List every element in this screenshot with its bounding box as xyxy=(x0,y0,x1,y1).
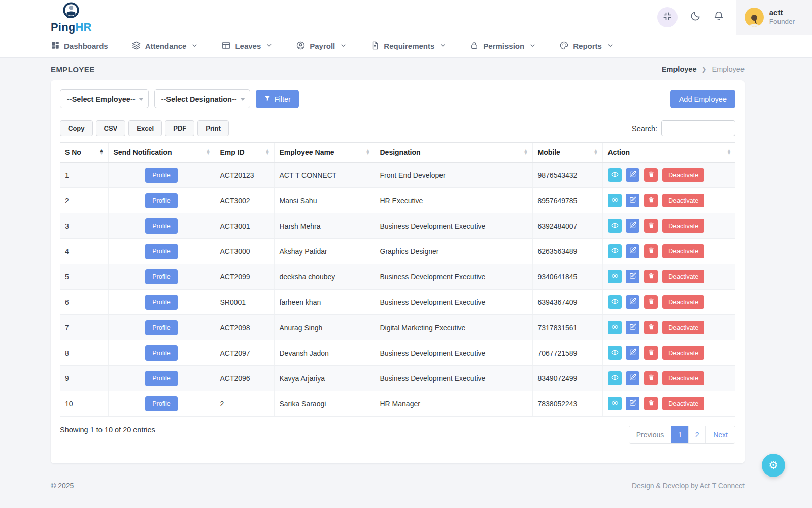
edit-pencil-icon xyxy=(629,399,636,408)
notifications-button[interactable] xyxy=(713,11,724,24)
edit-button[interactable] xyxy=(626,295,639,309)
view-button[interactable] xyxy=(608,295,622,309)
print-button[interactable]: Print xyxy=(197,120,229,136)
table-row: 2 Profile ACT3002 Mansi Sahu HR Executiv… xyxy=(60,188,735,213)
edit-button[interactable] xyxy=(626,168,639,182)
cell-employee-name: Devansh Jadon xyxy=(274,340,375,366)
settings-fab-button[interactable]: ⚙ xyxy=(762,454,785,477)
deactivate-button[interactable]: Deactivate xyxy=(662,194,704,207)
delete-button[interactable] xyxy=(644,346,658,360)
brand-logo[interactable]: PingHR xyxy=(51,2,92,33)
search-input[interactable] xyxy=(661,120,735,136)
edit-button[interactable] xyxy=(626,371,639,385)
cell-designation: HR Manager xyxy=(375,391,532,417)
nav-item-requirements[interactable]: Requirements xyxy=(370,41,446,52)
deactivate-button[interactable]: Deactivate xyxy=(662,168,704,182)
add-employee-button[interactable]: Add Employee xyxy=(670,90,735,108)
view-button[interactable] xyxy=(608,244,622,258)
delete-button[interactable] xyxy=(644,244,658,258)
edit-button[interactable] xyxy=(626,219,639,233)
cell-mobile: 6263563489 xyxy=(532,239,602,264)
pagination-page-2-button[interactable]: 2 xyxy=(688,426,705,443)
eye-icon xyxy=(611,348,619,358)
delete-button[interactable] xyxy=(644,397,658,410)
cell-mobile: 8349072499 xyxy=(532,366,602,391)
excel-button[interactable]: Excel xyxy=(128,120,162,136)
edit-button[interactable] xyxy=(626,321,639,334)
edit-pencil-icon xyxy=(629,348,636,357)
deactivate-button[interactable]: Deactivate xyxy=(662,270,704,283)
nav-item-reports[interactable]: Reports xyxy=(559,41,614,52)
view-button[interactable] xyxy=(608,397,622,410)
deactivate-button[interactable]: Deactivate xyxy=(662,219,704,233)
view-button[interactable] xyxy=(608,219,622,233)
profile-button[interactable]: Profile xyxy=(145,168,177,183)
nav-item-leaves[interactable]: Leaves xyxy=(221,41,273,52)
trash-icon xyxy=(648,272,655,281)
deactivate-button[interactable]: Deactivate xyxy=(662,244,704,258)
trash-icon xyxy=(648,323,655,332)
pagination-previous-button[interactable]: Previous xyxy=(629,426,671,443)
sort-icon: ▲▼ xyxy=(265,149,270,155)
deactivate-button[interactable]: Deactivate xyxy=(662,371,704,385)
profile-button[interactable]: Profile xyxy=(145,371,177,386)
edit-button[interactable] xyxy=(626,270,639,283)
profile-button[interactable]: Profile xyxy=(145,269,177,284)
cell-employee-name: Sarika Saraogi xyxy=(274,391,375,417)
column-header-emp-id[interactable]: Emp ID▲▼ xyxy=(215,143,274,163)
delete-button[interactable] xyxy=(644,219,658,233)
profile-button[interactable]: Profile xyxy=(145,396,177,411)
edit-button[interactable] xyxy=(626,244,639,258)
copy-button[interactable]: Copy xyxy=(60,120,93,136)
delete-button[interactable] xyxy=(644,168,658,182)
deactivate-button[interactable]: Deactivate xyxy=(662,397,704,410)
nav-item-attendance[interactable]: Attendance xyxy=(131,41,198,52)
delete-button[interactable] xyxy=(644,270,658,283)
edit-button[interactable] xyxy=(626,346,639,360)
column-header-designation[interactable]: Designation▲▼ xyxy=(375,143,532,163)
view-button[interactable] xyxy=(608,270,622,283)
pagination-page-1-button[interactable]: 1 xyxy=(671,426,688,443)
view-button[interactable] xyxy=(608,346,622,360)
pagination-next-button[interactable]: Next xyxy=(705,426,735,443)
deactivate-button[interactable]: Deactivate xyxy=(662,346,704,360)
breadcrumb-parent[interactable]: Employee xyxy=(662,65,697,73)
pdf-button[interactable]: PDF xyxy=(165,120,194,136)
profile-button[interactable]: Profile xyxy=(145,244,177,259)
profile-button[interactable]: Profile xyxy=(145,295,177,310)
fullscreen-toggle-button[interactable] xyxy=(657,7,678,27)
column-header-send-notification[interactable]: Send Notification▲▼ xyxy=(108,143,215,163)
deactivate-button[interactable]: Deactivate xyxy=(662,295,704,309)
profile-button[interactable]: Profile xyxy=(145,320,177,335)
view-button[interactable] xyxy=(608,371,622,385)
select-employee-dropdown[interactable]: --Select Employee-- xyxy=(60,89,149,108)
profile-button[interactable]: Profile xyxy=(145,193,177,208)
view-button[interactable] xyxy=(608,168,622,182)
delete-button[interactable] xyxy=(644,371,658,385)
profile-button[interactable]: Profile xyxy=(145,345,177,361)
nav-item-permission[interactable]: Permission xyxy=(469,41,536,52)
profile-button[interactable]: Profile xyxy=(145,218,177,234)
edit-button[interactable] xyxy=(626,397,639,410)
chevron-down-icon xyxy=(340,42,347,50)
dark-mode-toggle-button[interactable] xyxy=(690,11,701,24)
delete-button[interactable] xyxy=(644,194,658,207)
filter-button[interactable]: Filter xyxy=(256,90,299,108)
view-button[interactable] xyxy=(608,321,622,334)
column-header-mobile[interactable]: Mobile▲▼ xyxy=(532,143,602,163)
eye-icon xyxy=(611,272,619,281)
nav-item-dashboards[interactable]: Dashboards xyxy=(51,41,108,51)
nav-item-payroll[interactable]: Payroll xyxy=(296,41,347,52)
column-header-sno[interactable]: S No▲▼ xyxy=(60,143,108,163)
select-designation-dropdown[interactable]: --Select Designation-- xyxy=(154,89,250,108)
csv-button[interactable]: CSV xyxy=(96,120,126,136)
user-profile-menu[interactable]: actt Founder xyxy=(736,0,812,35)
edit-button[interactable] xyxy=(626,194,639,207)
delete-button[interactable] xyxy=(644,321,658,334)
column-header-action[interactable]: Action▲▼ xyxy=(602,143,735,163)
column-header-employee-name[interactable]: Employee Name▲▼ xyxy=(274,143,375,163)
deactivate-button[interactable]: Deactivate xyxy=(662,321,704,334)
eye-icon xyxy=(611,298,619,307)
delete-button[interactable] xyxy=(644,295,658,309)
view-button[interactable] xyxy=(608,194,622,207)
